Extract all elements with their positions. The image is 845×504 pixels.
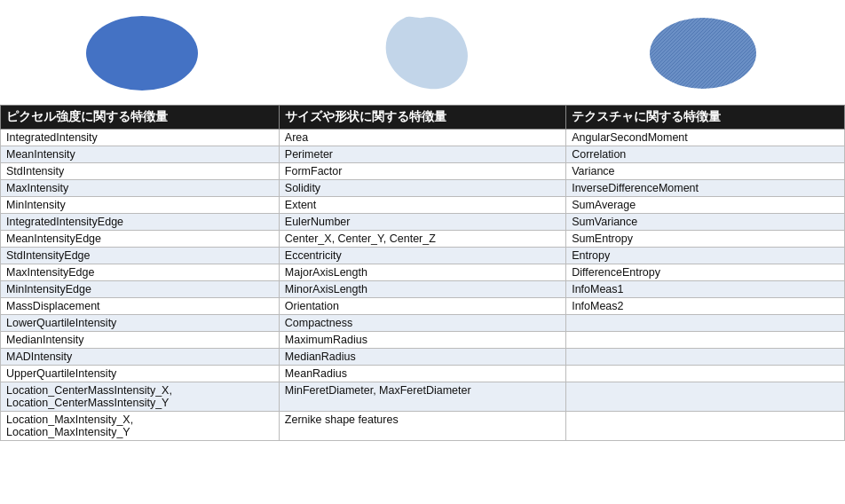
- table-cell: MaxIntensity: [1, 180, 280, 197]
- texture-circle-icon: [645, 13, 761, 93]
- table-cell: SumAverage: [566, 197, 845, 214]
- table-cell: InfoMeas1: [566, 281, 845, 298]
- table-cell: MajorAxisLength: [279, 264, 565, 281]
- table-row: MaxIntensityEdgeMajorAxisLengthDifferenc…: [1, 264, 845, 281]
- blue-ellipse-container: [84, 13, 200, 93]
- table-cell: Eccentricity: [279, 248, 565, 264]
- table-cell: [566, 332, 845, 349]
- table-row: StdIntensityFormFactorVariance: [1, 163, 845, 180]
- table-cell: Zernike shape features: [279, 412, 565, 441]
- table-cell: [566, 382, 845, 412]
- table-row: MinIntensityEdgeMinorAxisLengthInfoMeas1: [1, 281, 845, 298]
- table-cell: SumVariance: [566, 214, 845, 231]
- table-cell: MinFeretDiameter, MaxFeretDiameter: [279, 382, 565, 412]
- table-cell: [566, 315, 845, 332]
- table-cell: AngularSecondMoment: [566, 130, 845, 146]
- table-cell: MinorAxisLength: [279, 281, 565, 298]
- svg-point-0: [86, 16, 198, 91]
- table-cell: IntegratedIntensity: [1, 130, 280, 146]
- table-row: MedianIntensityMaximumRadius: [1, 332, 845, 349]
- table-cell: EulerNumber: [279, 214, 565, 231]
- blue-ellipse-icon: [84, 13, 200, 93]
- table-cell: MinIntensityEdge: [1, 281, 280, 298]
- table-row: MinIntensityExtentSumAverage: [1, 197, 845, 214]
- table-cell: MeanIntensity: [1, 146, 280, 163]
- table-cell: InfoMeas2: [566, 298, 845, 315]
- texture-circle-container: [645, 13, 761, 93]
- table-cell: Variance: [566, 163, 845, 180]
- table-row: Location_CenterMassIntensity_X, Location…: [1, 382, 845, 412]
- table-cell: [566, 412, 845, 441]
- table-cell: Location_MaxIntensity_X, Location_MaxInt…: [1, 412, 280, 441]
- header-texture: テクスチャに関する特徴量: [566, 106, 845, 130]
- table-row: MassDisplacementOrientationInfoMeas2: [1, 298, 845, 315]
- table-cell: StdIntensityEdge: [1, 248, 280, 264]
- table-cell: StdIntensity: [1, 163, 280, 180]
- table-cell: Perimeter: [279, 146, 565, 163]
- table-row: IntegratedIntensityAreaAngularSecondMome…: [1, 130, 845, 146]
- table-cell: MADIntensity: [1, 349, 280, 366]
- table-cell: Solidity: [279, 180, 565, 197]
- table-cell: [566, 366, 845, 382]
- table-cell: Center_X, Center_Y, Center_Z: [279, 231, 565, 248]
- light-blob-icon: [369, 9, 476, 98]
- table-row: LowerQuartileIntensityCompactness: [1, 315, 845, 332]
- header-intensity: ピクセル強度に関する特徴量: [1, 106, 280, 130]
- table-cell: MinIntensity: [1, 197, 280, 214]
- svg-rect-3: [650, 18, 756, 89]
- table-cell: InverseDifferenceMoment: [566, 180, 845, 197]
- table-cell: Area: [279, 130, 565, 146]
- table-row: MaxIntensitySolidityInverseDifferenceMom…: [1, 180, 845, 197]
- table-cell: Extent: [279, 197, 565, 214]
- table-row: StdIntensityEdgeEccentricityEntropy: [1, 248, 845, 264]
- table-row: MeanIntensityEdgeCenter_X, Center_Y, Cen…: [1, 231, 845, 248]
- table-cell: DifferenceEntropy: [566, 264, 845, 281]
- table-cell: SumEntropy: [566, 231, 845, 248]
- table-row: MeanIntensityPerimeterCorrelation: [1, 146, 845, 163]
- table-cell: Correlation: [566, 146, 845, 163]
- table-cell: Orientation: [279, 298, 565, 315]
- image-row: [0, 0, 845, 105]
- table-cell: Location_CenterMassIntensity_X, Location…: [1, 382, 280, 412]
- table-cell: UpperQuartileIntensity: [1, 366, 280, 382]
- table-cell: MedianRadius: [279, 349, 565, 366]
- header-shape: サイズや形状に関する特徴量: [279, 106, 565, 130]
- table-cell: [566, 349, 845, 366]
- table-body: IntegratedIntensityAreaAngularSecondMome…: [1, 130, 845, 441]
- table-cell: FormFactor: [279, 163, 565, 180]
- table-row: IntegratedIntensityEdgeEulerNumberSumVar…: [1, 214, 845, 231]
- table-cell: LowerQuartileIntensity: [1, 315, 280, 332]
- table-cell: MeanRadius: [279, 366, 565, 382]
- table-cell: IntegratedIntensityEdge: [1, 214, 280, 231]
- table-cell: Compactness: [279, 315, 565, 332]
- table-cell: MeanIntensityEdge: [1, 231, 280, 248]
- table-header: ピクセル強度に関する特徴量 サイズや形状に関する特徴量 テクスチャに関する特徴量: [1, 106, 845, 130]
- features-table: ピクセル強度に関する特徴量 サイズや形状に関する特徴量 テクスチャに関する特徴量…: [0, 105, 845, 441]
- table-row: UpperQuartileIntensityMeanRadius: [1, 366, 845, 382]
- table-cell: MedianIntensity: [1, 332, 280, 349]
- table-row: Location_MaxIntensity_X, Location_MaxInt…: [1, 412, 845, 441]
- light-blob-container: [369, 9, 476, 98]
- table-cell: Entropy: [566, 248, 845, 264]
- table-row: MADIntensityMedianRadius: [1, 349, 845, 366]
- table-cell: MaxIntensityEdge: [1, 264, 280, 281]
- table-cell: MaximumRadius: [279, 332, 565, 349]
- table-cell: MassDisplacement: [1, 298, 280, 315]
